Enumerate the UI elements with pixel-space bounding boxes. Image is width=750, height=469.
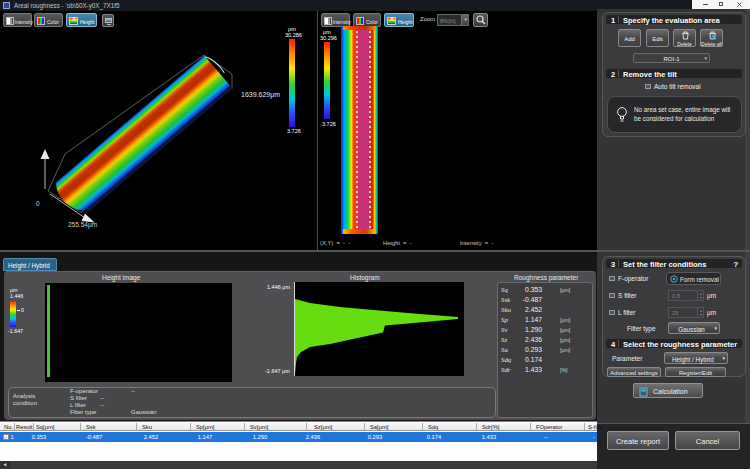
svg-text:1639.629μm: 1639.629μm — [241, 91, 280, 99]
svg-text:30.286: 30.286 — [285, 32, 302, 38]
svg-text:3.726: 3.726 — [287, 128, 301, 134]
svg-text:255.54μm: 255.54μm — [68, 221, 97, 229]
svg-text:0: 0 — [36, 200, 40, 207]
